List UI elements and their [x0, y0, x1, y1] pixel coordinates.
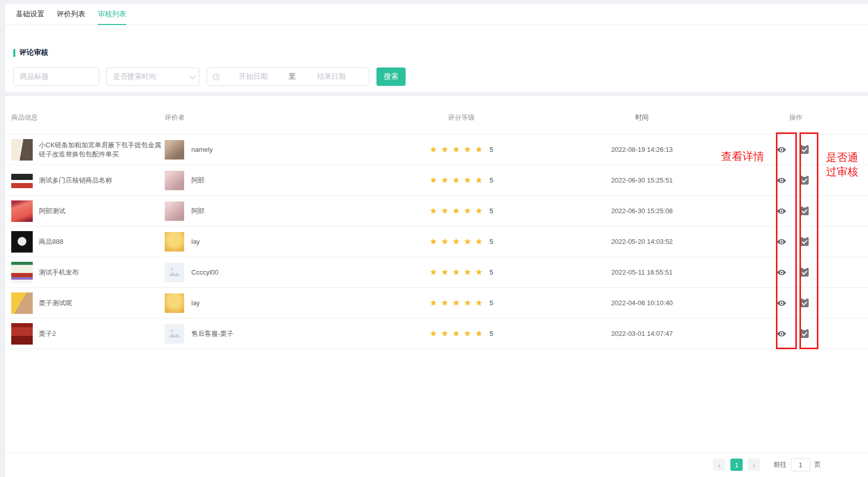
- product-image: [11, 139, 33, 161]
- product-image: [11, 200, 33, 222]
- date-range-input[interactable]: 开始日期 至 结束日期: [207, 67, 369, 86]
- header-time: 时间: [589, 113, 695, 122]
- tab-basic-settings[interactable]: 基础设置: [16, 4, 44, 25]
- audit-column-highlight-rect: [799, 132, 818, 349]
- reviewer-avatar: [165, 232, 184, 252]
- rating-score: 5: [489, 268, 493, 276]
- page-number-button[interactable]: 1: [730, 459, 743, 471]
- reviewer-avatar: [165, 171, 184, 190]
- product-title: 阿部测试: [39, 207, 165, 216]
- rating-score: 5: [489, 238, 493, 245]
- product-title: 小CK链条加粗加宽单肩腋下包手提包金属链子改造替换包包配件单买: [39, 141, 165, 159]
- product-title: 测试手机发布: [39, 268, 165, 277]
- review-time: 2022-06-30 15:25:51: [589, 176, 695, 184]
- page-unit-label: 页: [814, 460, 821, 469]
- table-row: 测试手机发布 Ccccyl00 ★★★★★ 5 2022-05-11 16:55…: [5, 257, 868, 288]
- section-title: 评论审核: [13, 48, 48, 57]
- review-audit-page: 基础设置 评价列表 审核列表 评论审核 商品标题 是否搜索时间 开始日期 至 结…: [0, 0, 868, 477]
- header-action: 操作: [789, 113, 868, 122]
- pagination: ‹ 1 › 前往 页: [713, 458, 821, 471]
- product-title: 测试多门店核销商品名称: [39, 176, 165, 185]
- next-icon: ›: [753, 461, 755, 469]
- review-time: 2022-05-20 14:03:52: [589, 238, 695, 245]
- image-placeholder-icon: [168, 327, 181, 340]
- reviewer-name: 阿部: [191, 207, 205, 216]
- search-time-select-value: 是否搜索时间: [113, 72, 156, 81]
- reviewer-name: 阿部: [191, 176, 205, 185]
- search-time-select[interactable]: 是否搜索时间: [106, 67, 199, 86]
- date-end-field[interactable]: 结束日期: [299, 72, 364, 81]
- reviewer-name: 售后客服-栗子: [191, 329, 233, 338]
- prev-page-button[interactable]: ‹: [713, 459, 725, 471]
- review-time: 2022-03-01 14:07:47: [589, 330, 695, 337]
- date-start-field[interactable]: 开始日期: [221, 72, 286, 81]
- star-rating: ★★★★★: [430, 329, 486, 338]
- review-time: 2022-08-19 14:26:13: [589, 146, 695, 153]
- view-column-highlight-rect: [776, 132, 797, 349]
- table-row: 阿部测试 阿部 ★★★★★ 5 2022-06-30 15:25:08: [5, 196, 868, 226]
- review-time: 2022-04-06 10:10:40: [589, 299, 695, 307]
- rating-score: 5: [489, 176, 493, 184]
- product-image: [11, 262, 33, 283]
- star-rating: ★★★★★: [430, 268, 486, 277]
- tab-audit-list[interactable]: 审核列表: [98, 4, 126, 25]
- footer-divider: [5, 452, 868, 453]
- image-placeholder-icon: [168, 266, 181, 279]
- header-rating: 评分等级: [333, 113, 589, 122]
- product-title-input[interactable]: 商品标题: [13, 67, 99, 86]
- reviewer-avatar: [165, 293, 184, 313]
- product-title: 栗子测试呢: [39, 299, 165, 308]
- star-rating: ★★★★★: [430, 237, 486, 246]
- reviewer-avatar-placeholder: [165, 324, 184, 344]
- product-title: 栗子2: [39, 329, 165, 338]
- table-row: 栗子测试呢 lay ★★★★★ 5 2022-04-06 10:10:40: [5, 288, 868, 319]
- prev-icon: ‹: [718, 461, 721, 469]
- product-image: [11, 292, 33, 314]
- header-reviewer: 评价者: [165, 113, 333, 122]
- date-separator: 至: [286, 72, 299, 81]
- reviewer-name: lay: [191, 238, 200, 245]
- product-image: [11, 170, 33, 191]
- star-rating: ★★★★★: [430, 207, 486, 215]
- view-detail-annotation: 查看详情: [721, 149, 764, 164]
- audit-annotation: 是否通 过审核: [826, 150, 868, 179]
- reviewer-avatar: [165, 140, 184, 160]
- chevron-down-icon: [189, 73, 196, 79]
- tab-bar: 基础设置 评价列表 审核列表: [5, 4, 868, 25]
- reviewer-name: lay: [191, 299, 200, 307]
- review-time: 2022-05-11 16:55:51: [589, 268, 695, 276]
- table-header: 商品信息 评价者 评分等级 时间 操作: [5, 96, 868, 134]
- rating-score: 5: [489, 330, 493, 337]
- goto-page-input[interactable]: [791, 458, 810, 471]
- review-time: 2022-06-30 15:25:08: [589, 207, 695, 215]
- section-title-text: 评论审核: [19, 48, 48, 57]
- goto-label: 前往: [773, 460, 787, 469]
- reviewer-name: Ccccyl00: [191, 268, 218, 276]
- filter-card: 基础设置 评价列表 审核列表 评论审核 商品标题 是否搜索时间 开始日期 至 结…: [5, 4, 868, 92]
- header-product: 商品信息: [5, 113, 165, 122]
- next-page-button[interactable]: ›: [748, 459, 760, 471]
- audit-annotation-line2: 过审核: [826, 165, 868, 179]
- star-rating: ★★★★★: [430, 299, 486, 307]
- star-rating: ★★★★★: [430, 176, 486, 185]
- reviewer-avatar-placeholder: [165, 263, 184, 282]
- table-row: 测试多门店核销商品名称 阿部 ★★★★★ 5 2022-06-30 15:25:…: [5, 165, 868, 196]
- clock-icon: [212, 73, 220, 81]
- star-rating: ★★★★★: [430, 145, 486, 154]
- audit-annotation-line1: 是否通: [826, 150, 868, 165]
- tab-review-list[interactable]: 评价列表: [57, 4, 85, 25]
- filter-row: 商品标题 是否搜索时间 开始日期 至 结束日期 搜索: [13, 67, 406, 86]
- product-title: 商品888: [39, 237, 165, 246]
- product-image: [11, 323, 33, 345]
- title-accent-bar: [13, 49, 15, 57]
- rating-score: 5: [489, 299, 493, 307]
- rating-score: 5: [489, 207, 493, 215]
- reviewer-avatar: [165, 201, 184, 221]
- rating-score: 5: [489, 146, 493, 153]
- table-row: 商品888 lay ★★★★★ 5 2022-05-20 14:03:52: [5, 226, 868, 257]
- table-row: 栗子2 售后客服-栗子 ★★★★★ 5 2022-03-01 14:07:47: [5, 319, 868, 349]
- reviewer-name: namely: [191, 146, 213, 153]
- search-button[interactable]: 搜索: [376, 67, 406, 86]
- product-image: [11, 231, 33, 253]
